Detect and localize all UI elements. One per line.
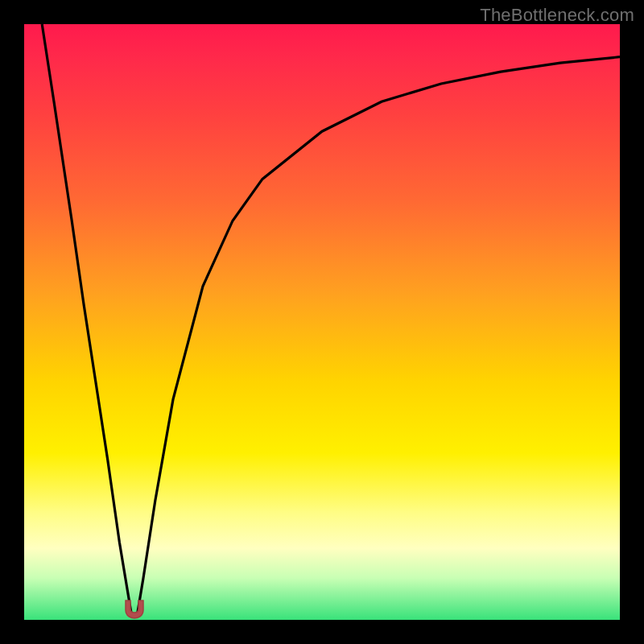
plot-area <box>24 24 620 620</box>
bottleneck-curve <box>42 24 620 614</box>
minimum-marker-icon <box>122 599 147 620</box>
watermark-text: TheBottleneck.com <box>480 5 634 26</box>
chart-frame: TheBottleneck.com <box>0 0 644 644</box>
curve-layer <box>24 24 620 620</box>
